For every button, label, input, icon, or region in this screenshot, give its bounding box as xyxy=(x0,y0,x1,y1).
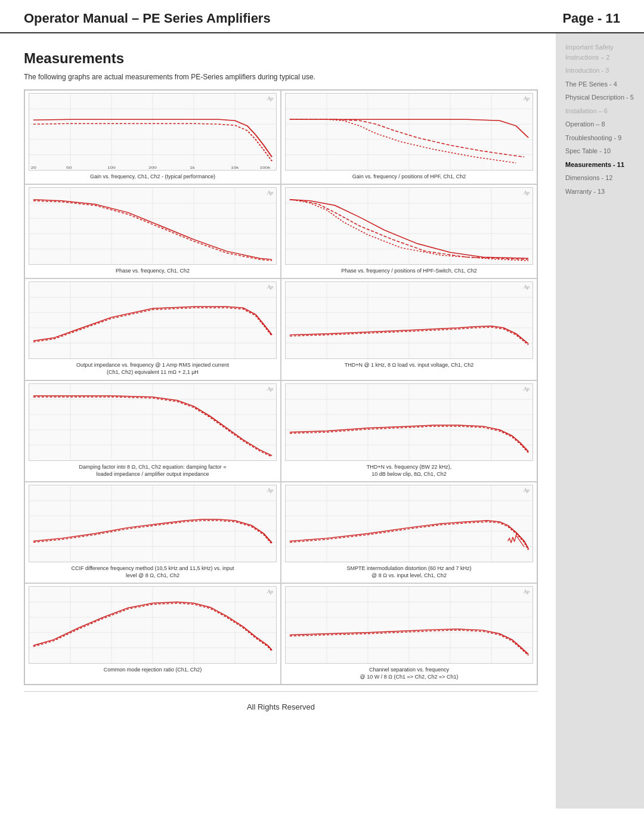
graph-cell-4: Ap Phase vs. frequency / positions of HP… xyxy=(281,184,537,278)
graph-box-5: Ap xyxy=(29,281,277,359)
header-title: Operator Manual – PE Series Amplifiers xyxy=(24,11,271,26)
page-header: Operator Manual – PE Series Amplifiers P… xyxy=(0,0,644,33)
graph-caption-5: Output impedance vs. frequency @ 1 Amp R… xyxy=(76,361,229,376)
sidebar-item-4[interactable]: Installation – 6 xyxy=(562,104,638,118)
ap-label-1: Ap xyxy=(267,95,273,101)
graph-caption-9: CCIF difference frequency method (10,5 k… xyxy=(72,565,234,579)
ap-label-3: Ap xyxy=(267,190,273,196)
graph-box-9: Ap xyxy=(29,485,277,562)
sidebar-item-2[interactable]: The PE Series - 4 xyxy=(562,78,638,91)
graph-cell-11: Ap Common mode rejection ratio (Ch1, Ch2… xyxy=(24,583,281,685)
intro-text: The following graphs are actual measurem… xyxy=(24,73,538,81)
graph-cell-1: 20 50 100 200 1k 10k 100k Ap Gain vs. fr… xyxy=(24,90,281,184)
graph-box-7: Ap xyxy=(29,383,277,461)
graph-cell-8: Ap THD+N vs. frequency (BW 22 kHz),10 dB… xyxy=(281,380,537,482)
svg-text:100: 100 xyxy=(107,165,116,169)
graph-caption-7: Damping factor into 8 Ω, Ch1, Ch2 equati… xyxy=(79,463,226,478)
svg-text:100k: 100k xyxy=(259,165,270,169)
graph-box-10: Ap xyxy=(285,485,533,562)
sidebar-item-9[interactable]: Dimensions - 12 xyxy=(562,171,638,185)
graph-caption-11: Common mode rejection ratio (Ch1, Ch2) xyxy=(104,666,202,673)
footer: All Rights Reserved xyxy=(24,691,538,719)
ap-label-12: Ap xyxy=(524,589,530,594)
sidebar-item-0[interactable]: Important Safety Instructions – 2 xyxy=(562,41,638,64)
ap-label-2: Ap xyxy=(524,95,530,101)
graph-caption-6: THD+N @ 1 kHz, 8 Ω load vs. input voltag… xyxy=(345,361,474,368)
ap-label-8: Ap xyxy=(524,386,530,392)
svg-text:20: 20 xyxy=(31,165,36,169)
graph-caption-8: THD+N vs. frequency (BW 22 kHz),10 dB be… xyxy=(367,463,451,478)
ap-label-10: Ap xyxy=(524,487,530,493)
graph-box-6: Ap xyxy=(285,281,533,359)
sidebar-item-10[interactable]: Warranty - 13 xyxy=(562,185,638,199)
graph-cell-10: Ap SMPTE intermodulation distortion (60 … xyxy=(281,482,537,583)
ap-label-5: Ap xyxy=(267,284,273,290)
graph-cell-3: Ap Phase vs. frequency, Ch1, Ch2 xyxy=(24,184,281,278)
graph-box-4: Ap xyxy=(285,187,533,265)
graph-caption-10: SMPTE intermodulation distortion (60 Hz … xyxy=(346,565,471,579)
sidebar-item-6[interactable]: Troubleshooting - 9 xyxy=(562,131,638,145)
sidebar-item-8[interactable]: Measurements - 11 xyxy=(562,158,638,172)
graph-cell-12: Ap Channel separation vs. frequency@ 10 … xyxy=(281,583,537,685)
graph-cell-7: Ap Damping factor into 8 Ω, Ch1, Ch2 equ… xyxy=(24,380,281,482)
graph-box-12: Ap xyxy=(285,586,533,664)
content-area: Measurements The following graphs are ac… xyxy=(0,33,556,809)
graph-box-11: Ap xyxy=(29,586,277,664)
ap-label-7: Ap xyxy=(267,386,273,392)
graph-caption-2: Gain vs. frequency / positions of HPF, C… xyxy=(352,173,466,180)
ap-label-6: Ap xyxy=(524,284,530,290)
graph-box-1: 20 50 100 200 1k 10k 100k Ap xyxy=(29,93,277,171)
ap-label-11: Ap xyxy=(267,589,273,594)
graph-box-2: Ap xyxy=(285,93,533,171)
graphs-grid: 20 50 100 200 1k 10k 100k Ap Gain vs. fr… xyxy=(24,89,538,685)
page-title: Measurements xyxy=(24,50,538,67)
graph-caption-12: Channel separation vs. frequency@ 10 W /… xyxy=(360,666,459,680)
graph-cell-6: Ap THD+N @ 1 kHz, 8 Ω load vs. input vol… xyxy=(281,278,537,380)
svg-text:10k: 10k xyxy=(231,165,239,169)
graph-cell-5: Ap Output impedance vs. frequency @ 1 Am… xyxy=(24,278,281,380)
header-page: Page - 11 xyxy=(562,11,620,26)
sidebar-item-3[interactable]: Physical Description - 5 xyxy=(562,91,638,104)
graph-box-8: Ap xyxy=(285,383,533,461)
svg-text:200: 200 xyxy=(148,165,157,169)
graph-caption-4: Phase vs. frequency / positions of HPF-S… xyxy=(341,267,477,274)
sidebar-item-7[interactable]: Spec Table - 10 xyxy=(562,144,638,158)
svg-text:1k: 1k xyxy=(190,165,195,169)
sidebar-item-5[interactable]: Operation – 8 xyxy=(562,117,638,131)
ap-label-4: Ap xyxy=(524,190,530,196)
graph-caption-3: Phase vs. frequency, Ch1, Ch2 xyxy=(116,267,190,274)
graph-caption-1: Gain vs. frequency, Ch1, Ch2 - (typical … xyxy=(90,173,215,180)
svg-text:50: 50 xyxy=(66,165,72,169)
graph-box-3: Ap xyxy=(29,187,277,265)
sidebar-item-1[interactable]: Introduction - 3 xyxy=(562,64,638,78)
graph-cell-9: Ap CCIF difference frequency method (10,… xyxy=(24,482,281,583)
sidebar: Important Safety Instructions – 2Introdu… xyxy=(556,33,644,809)
ap-label-9: Ap xyxy=(267,487,273,493)
main-layout: Measurements The following graphs are ac… xyxy=(0,33,644,809)
footer-text: All Rights Reserved xyxy=(247,702,315,711)
graph-cell-2: Ap Gain vs. frequency / positions of HPF… xyxy=(281,90,537,184)
